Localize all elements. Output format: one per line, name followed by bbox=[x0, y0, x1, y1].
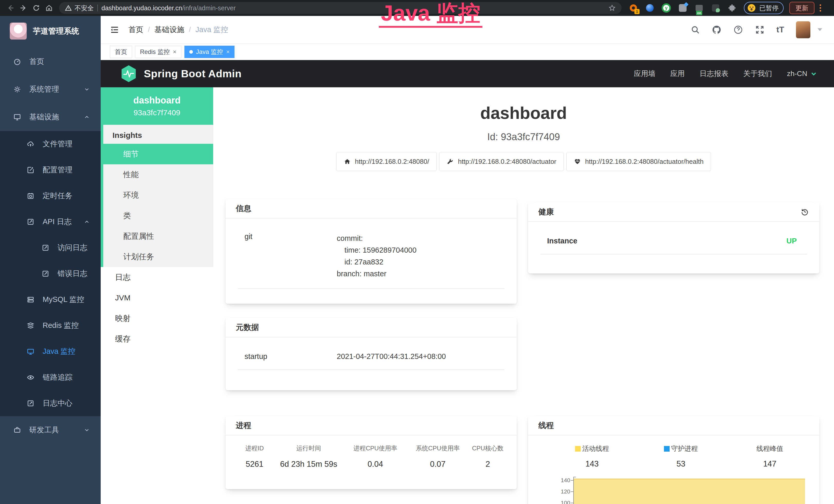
app-title: 芋道管理系统 bbox=[33, 26, 79, 37]
avatar-caret-icon[interactable] bbox=[817, 28, 822, 31]
sba-nav: 应用墙 应用 日志报表 关于我们 zh-CN bbox=[634, 69, 817, 78]
sba-nav-journal[interactable]: 日志报表 bbox=[700, 69, 728, 78]
info-git-value: commit: time: 1596289704000 id: 27aa832 … bbox=[337, 232, 417, 280]
extension-orange-icon[interactable]: 1 bbox=[628, 2, 639, 14]
sba-item-jvm[interactable]: JVM bbox=[101, 288, 213, 308]
sba-item-caches[interactable]: 缓存 bbox=[101, 329, 213, 349]
sba-item-classes[interactable]: 类 bbox=[103, 205, 213, 226]
header-actions: tT bbox=[691, 21, 822, 38]
sidebar-item-label: 定时任务 bbox=[43, 191, 72, 201]
server-icon bbox=[27, 296, 35, 303]
sidebar-toggle-icon[interactable] bbox=[109, 25, 120, 35]
back-icon[interactable] bbox=[4, 2, 17, 14]
sidebar-item-devtools[interactable]: 研发工具 bbox=[0, 416, 101, 444]
extension-pin-icon[interactable] bbox=[645, 2, 655, 14]
sba-nav-applications[interactable]: 应用 bbox=[671, 69, 685, 78]
process-table: 进程ID 5261 运行时间 6d 23h 15m 59s 进程CPU使用率 0… bbox=[236, 444, 506, 469]
insights-group: Insights 细节 性能 环境 类 配置属性 计划任务 bbox=[101, 125, 213, 267]
sidebar-item-jobs[interactable]: 定时任务 bbox=[0, 183, 101, 209]
sidebar-item-error-log[interactable]: 错误日志 bbox=[0, 260, 101, 287]
sidebar-item-config[interactable]: 配置管理 bbox=[0, 157, 101, 183]
sba-item-logs[interactable]: 日志 bbox=[101, 267, 213, 288]
y-tick-label: 120 bbox=[554, 488, 570, 495]
y-tick-label: 100 bbox=[554, 500, 570, 504]
sidebar-item-label: 访问日志 bbox=[58, 243, 87, 253]
github-icon[interactable] bbox=[712, 25, 722, 35]
fullscreen-icon[interactable] bbox=[755, 25, 765, 35]
reload-icon[interactable] bbox=[30, 2, 43, 14]
sidebar-item-files[interactable]: 文件管理 bbox=[0, 131, 101, 157]
app-logo[interactable]: 芋道管理系统 bbox=[0, 16, 101, 46]
sba-nav-wallboard[interactable]: 应用墙 bbox=[634, 69, 656, 78]
sidebar-item-system[interactable]: 系统管理 bbox=[0, 75, 101, 103]
sba-item-config-props[interactable]: 配置属性 bbox=[103, 226, 213, 247]
extension-on-icon[interactable]: on bbox=[694, 2, 704, 14]
cloud-upload-icon bbox=[27, 140, 35, 148]
health-card-title: 健康 bbox=[539, 207, 554, 217]
close-icon[interactable]: × bbox=[226, 49, 229, 55]
forward-icon[interactable] bbox=[17, 2, 30, 14]
help-icon[interactable] bbox=[733, 25, 743, 35]
tab-home[interactable]: 首页 bbox=[110, 46, 132, 58]
extension-y-icon[interactable]: y bbox=[661, 2, 672, 14]
health-url-chip[interactable]: http://192.168.0.2:48080/actuator/health bbox=[566, 152, 711, 171]
legend-label: 活动线程 bbox=[582, 444, 609, 453]
bookmark-star-icon[interactable] bbox=[608, 4, 616, 12]
sidebar-item-label: 首页 bbox=[29, 56, 44, 67]
chevron-up-icon bbox=[84, 219, 90, 225]
home-icon bbox=[344, 158, 351, 165]
profile-paused-pill[interactable]: 已暂停 bbox=[744, 2, 784, 14]
address-bar[interactable]: 不安全 dashboard.yudao.iocoder.cn/infra/adm… bbox=[59, 2, 621, 14]
breadcrumb-current: Java 监控 bbox=[195, 25, 228, 35]
monitor-icon bbox=[27, 348, 35, 356]
font-size-icon[interactable]: tT bbox=[776, 25, 784, 35]
home-icon[interactable] bbox=[43, 2, 56, 14]
tab-redis[interactable]: Redis 监控 × bbox=[135, 46, 181, 58]
sba-item-scheduled-tasks[interactable]: 计划任务 bbox=[103, 247, 213, 267]
layers-icon bbox=[27, 322, 35, 329]
sidebar-item-redis[interactable]: Redis 监控 bbox=[0, 313, 101, 338]
tabs-bar: 首页 Redis 监控 × Java 监控 × bbox=[101, 44, 834, 60]
legend-label: 线程峰值 bbox=[756, 444, 783, 453]
sidebar-item-trace[interactable]: 链路追踪 bbox=[0, 364, 101, 390]
sba-item-mappings[interactable]: 映射 bbox=[101, 308, 213, 329]
history-icon[interactable] bbox=[800, 207, 809, 216]
sidebar-item-mysql[interactable]: MySQL 监控 bbox=[0, 287, 101, 313]
actuator-url: http://192.168.0.2:48080/actuator bbox=[458, 158, 556, 166]
sidebar-item-access-log[interactable]: 访问日志 bbox=[0, 235, 101, 260]
browser-menu-icon[interactable] bbox=[818, 3, 822, 13]
page-instance-id: Id: 93a3fc7f7409 bbox=[213, 132, 834, 142]
actuator-url-chip[interactable]: http://192.168.0.2:48080/actuator bbox=[439, 152, 564, 171]
sidebar-item-label: 配置管理 bbox=[43, 165, 72, 175]
tab-java-monitor[interactable]: Java 监控 × bbox=[184, 46, 235, 58]
search-icon[interactable] bbox=[691, 25, 700, 35]
sidebar-item-api-log[interactable]: API 日志 bbox=[0, 209, 101, 235]
close-icon[interactable]: × bbox=[173, 49, 176, 55]
sidebar-item-log-center[interactable]: 日志中心 bbox=[0, 390, 101, 416]
service-url-chip[interactable]: http://192.168.0.2:48080/ bbox=[336, 152, 437, 171]
sidebar-item-infra[interactable]: 基础设施 bbox=[0, 103, 101, 131]
app-sidebar: 芋道管理系统 首页 系统管理 基础设施 bbox=[0, 16, 101, 504]
sba-nav-about[interactable]: 关于我们 bbox=[743, 69, 772, 78]
y-tick-label: 140 bbox=[554, 477, 570, 484]
sba-item-environment[interactable]: 环境 bbox=[103, 185, 213, 205]
extension-grid-icon[interactable] bbox=[678, 2, 688, 14]
process-col-uptime: 运行时间 6d 23h 15m 59s bbox=[273, 444, 344, 469]
update-button[interactable]: 更新 bbox=[789, 2, 814, 14]
sba-item-metrics[interactable]: 性能 bbox=[103, 164, 213, 185]
sidebar-item-java-monitor[interactable]: Java 监控 bbox=[0, 338, 101, 364]
sba-item-details[interactable]: 细节 bbox=[103, 144, 213, 164]
sidebar-item-home[interactable]: 首页 bbox=[0, 48, 101, 75]
puzzle-icon[interactable] bbox=[727, 2, 737, 14]
security-label[interactable]: 不安全 bbox=[74, 4, 94, 12]
breadcrumb-infra[interactable]: 基础设施 bbox=[155, 25, 184, 35]
extension-leaf-icon[interactable] bbox=[710, 2, 721, 14]
sba-brand[interactable]: Spring Boot Admin bbox=[144, 68, 241, 80]
gear-icon bbox=[13, 86, 21, 93]
instance-links: http://192.168.0.2:48080/ http://192.168… bbox=[213, 152, 834, 171]
heartbeat-icon bbox=[574, 158, 581, 165]
locale-select[interactable]: zh-CN bbox=[787, 70, 817, 78]
breadcrumb-home[interactable]: 首页 bbox=[128, 25, 143, 35]
avatar[interactable] bbox=[796, 21, 810, 38]
sidebar-item-label: Java 监控 bbox=[43, 346, 75, 357]
